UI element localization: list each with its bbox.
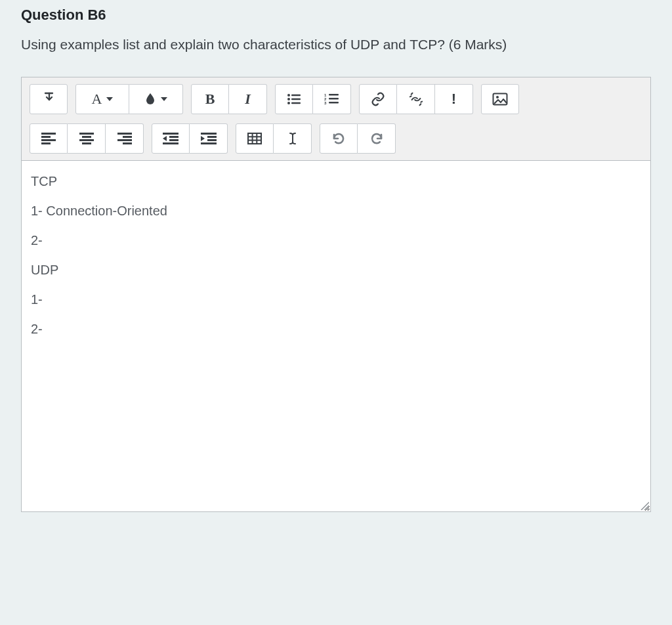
align-right-button[interactable] [106, 123, 144, 154]
svg-rect-1 [291, 94, 301, 96]
svg-rect-27 [123, 136, 132, 138]
chevron-down-icon [106, 97, 113, 101]
font-family-letter: A [92, 91, 102, 108]
align-left-icon [41, 133, 56, 144]
svg-rect-21 [41, 142, 51, 144]
text-color-button[interactable] [129, 84, 183, 114]
remove-link-button[interactable] [397, 84, 435, 114]
svg-rect-37 [207, 139, 217, 141]
bold-icon: B [205, 91, 215, 108]
question-title: Question B6 [21, 7, 651, 24]
clear-formatting-button[interactable] [274, 123, 312, 154]
editor-content-area[interactable]: TCP 1- Connection-Oriented 2- UDP 1- 2- [22, 161, 650, 511]
svg-rect-10 [329, 98, 339, 100]
redo-icon [369, 132, 384, 145]
svg-point-4 [287, 102, 290, 104]
paragraph-direction-button[interactable] [30, 84, 68, 114]
content-line: 1- [31, 291, 641, 309]
svg-line-13 [410, 96, 411, 97]
editor-toolbar: A B I [22, 77, 650, 161]
svg-point-17 [496, 96, 499, 98]
svg-rect-38 [201, 142, 217, 144]
droplet-icon [144, 92, 156, 106]
svg-rect-18 [41, 133, 56, 135]
resize-handle-icon [640, 501, 649, 510]
svg-rect-23 [82, 136, 91, 138]
unordered-list-button[interactable] [275, 84, 313, 114]
table-icon [247, 133, 262, 144]
svg-rect-31 [169, 136, 178, 138]
content-line: TCP [31, 173, 641, 190]
ordered-list-button[interactable]: 1 2 3 [313, 84, 351, 114]
paragraph-arrow-icon [42, 92, 55, 106]
content-line: UDP [31, 261, 641, 279]
chevron-down-icon [161, 97, 167, 101]
italic-icon: I [245, 91, 251, 108]
svg-point-2 [287, 98, 290, 100]
svg-line-15 [421, 101, 422, 102]
svg-rect-22 [79, 133, 94, 135]
indent-icon [201, 133, 217, 144]
outdent-button[interactable] [152, 123, 190, 154]
italic-button[interactable]: I [229, 84, 267, 114]
svg-rect-40 [248, 133, 261, 144]
svg-rect-36 [207, 136, 217, 138]
align-left-button[interactable] [30, 123, 68, 154]
bold-button[interactable]: B [191, 84, 229, 114]
svg-line-47 [647, 508, 649, 510]
svg-line-14 [419, 104, 421, 105]
text-cursor-icon [287, 131, 299, 146]
svg-rect-9 [329, 94, 339, 96]
unlink-icon [408, 92, 424, 106]
svg-rect-29 [123, 142, 132, 144]
svg-rect-19 [41, 136, 51, 138]
insert-link-button[interactable] [359, 84, 397, 114]
bullet-list-icon [287, 93, 301, 106]
font-family-button[interactable]: A [75, 84, 129, 114]
insert-table-button[interactable] [236, 123, 274, 154]
insert-image-button[interactable] [481, 84, 519, 114]
undo-button[interactable] [320, 123, 358, 154]
svg-rect-32 [169, 139, 178, 141]
rich-text-editor: A B I [21, 77, 651, 512]
svg-point-0 [287, 94, 290, 97]
exclamation-icon: ! [452, 91, 456, 108]
svg-rect-24 [79, 139, 94, 141]
svg-marker-39 [201, 136, 205, 141]
svg-line-12 [411, 93, 412, 94]
align-center-button[interactable] [68, 123, 106, 154]
svg-rect-30 [163, 133, 178, 135]
svg-rect-35 [201, 133, 217, 135]
question-block: Question B6 Using examples list and expl… [21, 7, 651, 56]
undo-icon [331, 132, 346, 145]
svg-rect-3 [291, 98, 301, 100]
svg-text:3: 3 [324, 101, 327, 105]
blockquote-button[interactable]: ! [435, 84, 473, 114]
align-right-icon [117, 133, 132, 144]
question-text: Using examples list and explain two char… [21, 34, 651, 56]
svg-rect-33 [163, 142, 178, 144]
svg-line-46 [644, 506, 649, 510]
align-center-icon [79, 133, 94, 144]
outdent-icon [163, 133, 178, 144]
svg-rect-25 [82, 142, 91, 144]
svg-marker-34 [163, 136, 167, 141]
svg-rect-11 [329, 102, 339, 104]
svg-rect-20 [41, 139, 56, 141]
image-icon [492, 93, 508, 106]
content-line: 1- Connection-Oriented [31, 202, 641, 220]
svg-rect-5 [291, 102, 301, 104]
redo-button[interactable] [358, 123, 396, 154]
content-line: 2- [31, 232, 641, 249]
indent-button[interactable] [190, 123, 228, 154]
numbered-list-icon: 1 2 3 [324, 93, 340, 106]
svg-rect-26 [117, 133, 132, 135]
link-icon [371, 92, 385, 106]
svg-rect-28 [117, 139, 132, 141]
svg-line-45 [641, 502, 649, 510]
content-line: 2- [31, 320, 641, 338]
